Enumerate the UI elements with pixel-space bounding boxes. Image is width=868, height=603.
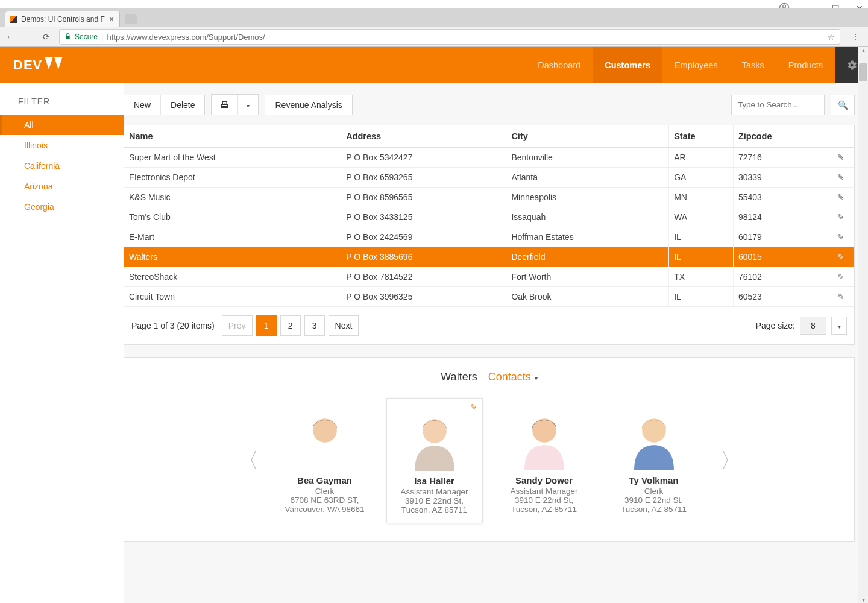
brand-logo[interactable]: DEV xyxy=(0,57,66,74)
print-button-group xyxy=(211,94,259,115)
contact-card[interactable]: Bea GaymanClerk6708 NE 63RD ST,Vancouver… xyxy=(277,398,373,523)
page-scrollbar[interactable]: ▴▾ xyxy=(858,47,868,603)
filter-item-illinois[interactable]: Illinois xyxy=(0,135,124,156)
gear-icon xyxy=(844,59,859,71)
pager-page-2[interactable]: 2 xyxy=(280,315,301,336)
cell-zip: 60179 xyxy=(733,227,828,247)
cell-name: StereoShack xyxy=(124,267,341,287)
chrome-menu-icon[interactable]: ⋮ xyxy=(848,32,863,42)
column-header[interactable]: City xyxy=(506,125,669,148)
contact-card[interactable]: Ty VolkmanClerk3910 E 22nd St,Tucson, AZ… xyxy=(606,398,702,523)
table-row[interactable]: WaltersP O Box 3885696DeerfieldIL60015 xyxy=(124,247,854,267)
print-button[interactable] xyxy=(212,95,238,115)
filter-item-california[interactable]: California xyxy=(0,156,124,176)
app-header: DEV DashboardCustomersEmployeesTasksProd… xyxy=(0,47,868,83)
detail-subtitle-dropdown[interactable]: Contacts xyxy=(488,371,538,384)
row-edit-button[interactable] xyxy=(828,287,854,307)
contact-avatar xyxy=(292,404,358,470)
table-row[interactable]: K&S MusicP O Box 8596565MinneapolisMN554… xyxy=(124,188,854,207)
delete-button[interactable]: Delete xyxy=(161,95,204,115)
table-row[interactable]: Circuit TownP O Box 3996325Oak BrookIL60… xyxy=(124,287,854,307)
pagesize-value[interactable]: 8 xyxy=(800,317,826,335)
row-edit-button[interactable] xyxy=(828,168,854,188)
contact-card[interactable]: Isa HallerAssistant Manager3910 E 22nd S… xyxy=(386,398,483,523)
cell-name: Electronics Depot xyxy=(124,168,341,188)
contact-role: Assistant Manager xyxy=(391,487,479,496)
svg-point-1 xyxy=(783,5,786,8)
nav-item-customers[interactable]: Customers xyxy=(593,47,662,83)
pagesize-dropdown[interactable] xyxy=(831,317,847,335)
contact-address-line1: 3910 E 22nd St, xyxy=(500,496,589,505)
filter-item-georgia[interactable]: Georgia xyxy=(0,197,124,217)
cell-name: Circuit Town xyxy=(124,287,341,307)
filter-item-arizona[interactable]: Arizona xyxy=(0,176,124,197)
column-header[interactable]: Zipcode xyxy=(733,125,828,148)
filter-title: FILTER xyxy=(0,96,124,115)
forward-icon[interactable]: → xyxy=(23,32,34,42)
row-edit-button[interactable] xyxy=(828,247,854,267)
pager-page-3[interactable]: 3 xyxy=(304,315,325,336)
contact-name: Ty Volkman xyxy=(609,475,699,485)
contacts-prev-button[interactable]: 〈 xyxy=(233,447,263,475)
contact-edit-button[interactable] xyxy=(470,402,477,412)
reload-icon[interactable]: ⟳ xyxy=(41,32,52,42)
pager-prev-button[interactable]: Prev xyxy=(222,315,253,336)
address-bar[interactable]: Secure | https://www.devexpress.com/Supp… xyxy=(59,29,840,45)
contact-address-line1: 3910 E 22nd St, xyxy=(391,496,479,505)
row-edit-button[interactable] xyxy=(828,227,854,247)
cell-city: Minneapolis xyxy=(506,188,669,207)
contact-avatar xyxy=(401,405,468,471)
new-button[interactable]: New xyxy=(124,95,161,115)
row-edit-button[interactable] xyxy=(828,207,854,227)
column-header[interactable]: Address xyxy=(341,125,506,148)
filter-item-all[interactable]: All xyxy=(0,115,124,135)
search-button[interactable] xyxy=(831,95,855,115)
filter-sidebar: FILTER AllIllinoisCaliforniaArizonaGeorg… xyxy=(0,83,124,603)
contact-card[interactable]: Sandy DowerAssistant Manager3910 E 22nd … xyxy=(496,398,593,523)
row-edit-button[interactable] xyxy=(828,267,854,287)
revenue-analysis-button[interactable]: Revenue Analysis xyxy=(265,95,351,115)
contact-name: Isa Haller xyxy=(391,476,479,486)
pagesize-label: Page size: xyxy=(756,321,795,330)
window-titlebar xyxy=(0,0,868,8)
column-header[interactable]: State xyxy=(669,125,734,148)
nav-item-employees[interactable]: Employees xyxy=(662,47,730,83)
contact-address-line2: Tucson, AZ 85711 xyxy=(391,505,479,514)
bookmark-star-icon[interactable]: ☆ xyxy=(828,33,835,42)
search-input[interactable] xyxy=(731,95,825,115)
cell-zip: 30339 xyxy=(733,168,828,188)
table-row[interactable]: Tom's ClubP O Box 3433125IssaquahWA98124 xyxy=(124,207,854,227)
cell-city: Bentonville xyxy=(506,148,669,168)
print-dropdown[interactable] xyxy=(238,95,258,115)
chevron-down-icon xyxy=(535,371,538,384)
nav-item-tasks[interactable]: Tasks xyxy=(730,47,776,83)
table-row[interactable]: Electronics DepotP O Box 6593265AtlantaG… xyxy=(124,168,854,188)
table-row[interactable]: StereoShackP O Box 7814522Fort WorthTX76… xyxy=(124,267,854,287)
nav-item-dashboard[interactable]: Dashboard xyxy=(526,47,593,83)
contact-role: Clerk xyxy=(609,487,699,496)
browser-tab[interactable]: Demos: UI Controls and F ✕ xyxy=(5,11,120,27)
cell-state: IL xyxy=(669,247,734,267)
row-edit-button[interactable] xyxy=(828,188,854,207)
contact-address-line1: 6708 NE 63RD ST, xyxy=(280,496,370,505)
customers-grid: NameAddressCityStateZipcode Super Mart o… xyxy=(124,125,855,345)
cell-zip: 98124 xyxy=(733,207,828,227)
back-icon[interactable]: ← xyxy=(5,32,16,42)
contacts-next-button[interactable]: 〉 xyxy=(715,447,746,475)
new-tab-button[interactable] xyxy=(125,14,137,24)
chevron-down-icon xyxy=(838,321,841,330)
nav-item-products[interactable]: Products xyxy=(776,47,835,83)
cell-city: Issaquah xyxy=(506,207,669,227)
row-edit-button[interactable] xyxy=(828,148,854,168)
column-header[interactable]: Name xyxy=(124,125,341,148)
detail-subtitle-label: Contacts xyxy=(488,371,531,384)
contact-avatar xyxy=(621,404,687,470)
tab-close-icon[interactable]: ✕ xyxy=(108,15,115,24)
cell-name: Walters xyxy=(124,247,341,267)
svg-point-11 xyxy=(642,418,666,443)
pager-next-button[interactable]: Next xyxy=(329,315,359,336)
table-row[interactable]: Super Mart of the WestP O Box 5342427Ben… xyxy=(124,148,854,168)
analysis-button-group: Revenue Analysis xyxy=(265,95,352,115)
pager-page-1[interactable]: 1 xyxy=(256,315,277,336)
table-row[interactable]: E-MartP O Box 2424569Hoffman EstatesIL60… xyxy=(124,227,854,247)
